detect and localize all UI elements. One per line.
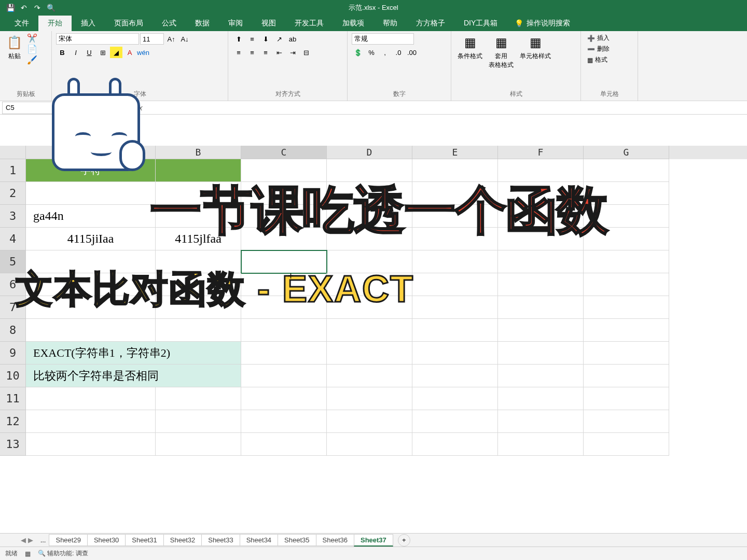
save-icon[interactable]: 💾: [5, 3, 16, 13]
cell[interactable]: [498, 228, 584, 250]
cell[interactable]: [327, 410, 412, 433]
cell[interactable]: [412, 182, 498, 205]
tab-formulas[interactable]: 公式: [153, 16, 186, 31]
cell[interactable]: [498, 342, 584, 365]
sheet-tab[interactable]: Sheet36: [316, 534, 354, 546]
tab-home[interactable]: 开始: [38, 16, 72, 31]
row-header[interactable]: 4: [0, 228, 26, 250]
cell[interactable]: [241, 273, 327, 296]
table-format-button[interactable]: ▦ 套用 表格格式: [487, 33, 516, 71]
col-header-c[interactable]: C: [241, 146, 327, 159]
row-header[interactable]: 2: [0, 182, 26, 205]
tab-file[interactable]: 文件: [5, 16, 38, 31]
cell[interactable]: [584, 296, 669, 319]
sheet-tab[interactable]: Sheet29: [49, 534, 87, 546]
italic-button[interactable]: I: [70, 47, 82, 58]
col-header-a[interactable]: A: [26, 146, 156, 159]
row-header[interactable]: 1: [0, 159, 26, 182]
cell[interactable]: [584, 182, 669, 205]
align-middle-icon[interactable]: ≡: [246, 33, 258, 45]
cell[interactable]: [327, 296, 412, 319]
cell-c1[interactable]: [241, 159, 327, 182]
tab-view[interactable]: 视图: [252, 16, 285, 31]
cell[interactable]: [412, 365, 498, 387]
row-header[interactable]: 5: [0, 250, 26, 273]
cell[interactable]: [498, 319, 584, 342]
row-header[interactable]: 7: [0, 296, 26, 319]
sheet-tab[interactable]: Sheet34: [240, 534, 278, 546]
fill-color-button[interactable]: ◢: [110, 47, 122, 58]
cell[interactable]: [241, 342, 327, 365]
cell[interactable]: [412, 319, 498, 342]
cell-a1[interactable]: 字符: [26, 159, 156, 182]
cell[interactable]: [26, 433, 156, 456]
tab-help[interactable]: 帮助: [374, 16, 407, 31]
format-painter-icon[interactable]: 🖌️: [27, 55, 37, 65]
tab-fangfang[interactable]: 方方格子: [407, 16, 454, 31]
align-left-icon[interactable]: ≡: [232, 47, 245, 58]
number-format-select[interactable]: [352, 33, 414, 45]
name-box[interactable]: C5: [2, 102, 54, 114]
cell-a3[interactable]: ga44n: [26, 205, 156, 228]
decrease-font-icon[interactable]: A↓: [178, 33, 191, 45]
sheet-tab[interactable]: Sheet33: [201, 534, 240, 546]
cell[interactable]: [584, 342, 669, 365]
cell[interactable]: [26, 296, 156, 319]
cell-style-button[interactable]: ▦ 单元格样式: [518, 33, 553, 62]
cell[interactable]: [241, 205, 327, 228]
cell[interactable]: [327, 273, 412, 296]
accessibility-status[interactable]: 🔍 辅助功能: 调查: [38, 549, 88, 558]
paste-button[interactable]: 📋 粘贴: [4, 33, 25, 62]
cell[interactable]: [156, 410, 241, 433]
redo-icon[interactable]: ↷: [32, 3, 43, 13]
tab-review[interactable]: 审阅: [219, 16, 252, 31]
phonetic-button[interactable]: wén: [137, 47, 149, 58]
cell[interactable]: [156, 296, 241, 319]
cell[interactable]: [498, 296, 584, 319]
font-color-button[interactable]: A: [123, 47, 136, 58]
sheet-nav[interactable]: ◀ ▶: [21, 536, 33, 544]
cell[interactable]: [327, 342, 412, 365]
wrap-text-button[interactable]: ab: [286, 33, 299, 45]
cell[interactable]: [327, 365, 412, 387]
cell[interactable]: [241, 365, 327, 387]
increase-decimal-button[interactable]: .0: [392, 47, 405, 58]
cell-a5[interactable]: [26, 250, 156, 273]
cell[interactable]: [241, 296, 327, 319]
cell[interactable]: [498, 159, 584, 182]
cell-b5[interactable]: [156, 250, 241, 273]
row-header[interactable]: 8: [0, 319, 26, 342]
conditional-format-button[interactable]: ▦ 条件格式: [455, 33, 485, 62]
cell[interactable]: [412, 410, 498, 433]
cell[interactable]: [584, 159, 669, 182]
cell[interactable]: [26, 319, 156, 342]
cell[interactable]: [412, 250, 498, 273]
increase-font-icon[interactable]: A↑: [165, 33, 177, 45]
add-sheet-button[interactable]: +: [398, 534, 410, 547]
cell[interactable]: [156, 319, 241, 342]
cell[interactable]: [241, 410, 327, 433]
cell[interactable]: [412, 296, 498, 319]
row-header[interactable]: 6: [0, 273, 26, 296]
col-header-g[interactable]: G: [584, 146, 669, 159]
sheet-tab[interactable]: Sheet31: [125, 534, 163, 546]
cell[interactable]: [241, 433, 327, 456]
comma-button[interactable]: ,: [379, 47, 391, 58]
cell-a10[interactable]: 比较两个字符串是否相同: [26, 365, 241, 387]
formula-input[interactable]: [147, 102, 747, 114]
cell[interactable]: [498, 205, 584, 228]
tab-addins[interactable]: 加载项: [333, 16, 374, 31]
increase-indent-icon[interactable]: ⇥: [286, 47, 299, 58]
cell[interactable]: [584, 273, 669, 296]
border-button[interactable]: ⊞: [96, 47, 109, 58]
cell[interactable]: [156, 433, 241, 456]
cell-a9[interactable]: EXACT(字符串1，字符串2): [26, 342, 241, 365]
col-header-b[interactable]: B: [156, 146, 241, 159]
cell[interactable]: [498, 182, 584, 205]
cell[interactable]: [584, 319, 669, 342]
cell[interactable]: [584, 410, 669, 433]
fx-icon[interactable]: fx: [132, 104, 147, 112]
cell[interactable]: [498, 387, 584, 410]
format-cells-button[interactable]: ▦格式: [585, 55, 612, 65]
row-header[interactable]: 11: [0, 387, 26, 410]
